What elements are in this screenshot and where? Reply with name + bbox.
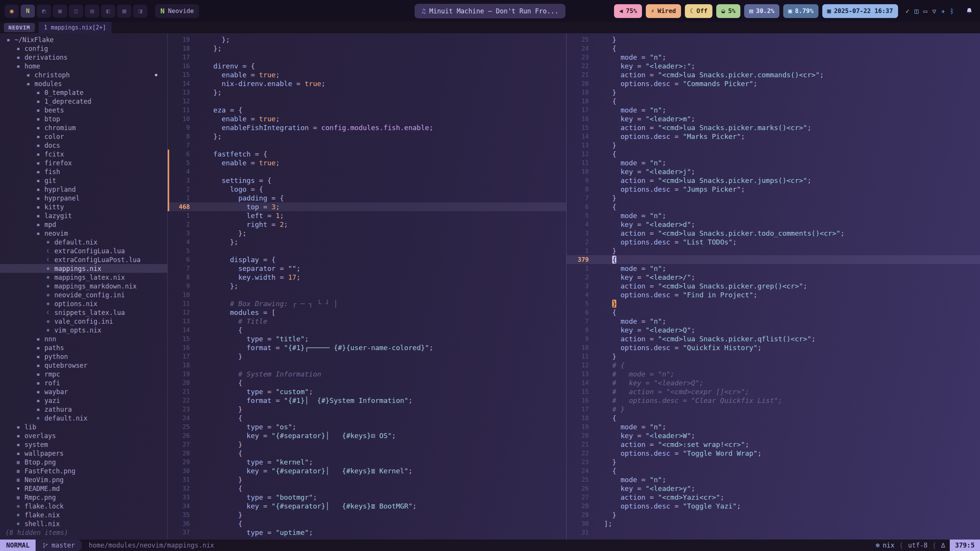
code-line[interactable]: 15 enable = true; (168, 70, 566, 79)
tree-item-qutebrowser[interactable]: ◼qutebrowser (0, 361, 167, 370)
code-line[interactable]: 10 key = "<leader>j"; (567, 167, 980, 176)
code-line[interactable]: 31 (567, 528, 980, 537)
code-line[interactable]: 13 # mode = "n"; (567, 370, 980, 378)
tree-item-extraconfigluapost-lua[interactable]: ☾extraConfigLuaPost.lua (0, 255, 167, 264)
tree-item-mappings-markdown-nix[interactable]: ❄mappings_markdown.nix (0, 282, 167, 290)
notification-bell-icon[interactable] (965, 7, 973, 15)
code-line[interactable]: 21 action = "<cmd>:set wrap!<cr>"; (567, 440, 980, 449)
code-line[interactable]: 11 mode = "n"; (567, 158, 980, 167)
tree-item-lazygit[interactable]: ◼lazygit (0, 211, 167, 220)
code-line[interactable]: 28 { (168, 449, 566, 458)
code-line[interactable]: 5 mode = "n"; (567, 211, 980, 220)
code-line[interactable]: 3 settings = { (168, 176, 566, 185)
tab-mappings-nix[interactable]: 1 mappings.nix[2+] (39, 22, 112, 33)
tree-item-kitty[interactable]: ◼kitty (0, 202, 167, 211)
code-line[interactable]: 6 display = { (168, 255, 566, 264)
code-line[interactable]: 16 format = "{#1}┌───── {#}{user-name-co… (168, 343, 566, 352)
code-line[interactable]: 24 { (567, 466, 980, 475)
code-line[interactable]: 23 } (567, 458, 980, 466)
code-line[interactable]: 17 (168, 53, 566, 62)
code-line[interactable]: 12 (168, 97, 566, 106)
workspace-3-button[interactable]: ◩ (37, 5, 51, 18)
code-line[interactable]: 20 options.desc = "Commands Picker"; (567, 79, 980, 88)
tree-item-readme-md[interactable]: ▼README.md (0, 484, 167, 493)
code-line[interactable]: 9 action = "<cmd>lua Snacks.picker.qflis… (567, 334, 980, 343)
code-line[interactable]: 10 enable = true; (168, 114, 566, 123)
code-line[interactable]: 12 modules = [ (168, 308, 566, 317)
code-line[interactable]: 16 # options.desc = "Clear Quickfix List… (567, 396, 980, 405)
active-app-chip[interactable]: N Neovide (155, 4, 199, 18)
code-line[interactable]: 29 } (567, 510, 980, 519)
code-line[interactable]: 14 nix-direnv.enable = true; (168, 79, 566, 88)
tree-item-paths[interactable]: ◼paths (0, 343, 167, 352)
tree-item-rofi[interactable]: ◼rofi (0, 378, 167, 387)
tray-telegram-icon[interactable]: ✈ (941, 7, 945, 15)
code-line[interactable]: 34 key = "{#separator}│ {#keys}≣ BootMGR… (168, 502, 566, 510)
code-line[interactable]: 16 direnv = { (168, 62, 566, 70)
code-line[interactable]: 16 key = "<leader>m"; (567, 114, 980, 123)
code-line[interactable]: 3 action = "<cmd>lua Snacks.picker.todo_… (567, 229, 980, 238)
code-line[interactable]: 3 }; (168, 229, 566, 238)
code-line[interactable]: 2 options.desc = "List TODOs"; (567, 238, 980, 246)
tree-item-system[interactable]: ◼system (0, 440, 167, 449)
module-network[interactable]: ⚡Wired (646, 4, 681, 18)
workspace-7-button[interactable]: ◧ (101, 5, 115, 18)
code-line[interactable]: 21 type = "custom"; (168, 387, 566, 396)
code-line[interactable]: 22 options.desc = "Toggle Word Wrap"; (567, 449, 980, 458)
tree-item-mpd[interactable]: ◼mpd (0, 220, 167, 229)
code-line[interactable]: 32 { (168, 484, 566, 493)
tree-item-config[interactable]: ◼config (0, 44, 167, 53)
workspace-9-button[interactable]: ◨ (133, 5, 147, 18)
code-line[interactable]: 9 enableFishIntegration = config.modules… (168, 123, 566, 132)
module-volume[interactable]: ◀75% (614, 4, 642, 18)
code-line[interactable]: 17 } (168, 352, 566, 361)
code-line[interactable]: 10 (168, 290, 566, 299)
workspace-6-button[interactable]: ▤ (85, 5, 99, 18)
code-line[interactable]: 7 separator = ""; (168, 264, 566, 273)
code-line[interactable]: 27 } (168, 440, 566, 449)
code-line[interactable]: 12 { (567, 150, 980, 158)
code-line[interactable]: 25 mode = "n"; (567, 475, 980, 484)
code-line[interactable]: 24 { (567, 44, 980, 53)
code-line[interactable]: 22 format = "{#1}│ {#}System Information… (168, 396, 566, 405)
tree-item-waybar[interactable]: ◼waybar (0, 387, 167, 396)
module-disk[interactable]: ◒5% (716, 4, 740, 18)
code-line[interactable]: 31 } (168, 475, 566, 484)
code-line[interactable]: 6 { (567, 308, 980, 317)
tree-item-vale-config-ini[interactable]: ⚙vale_config.ini (0, 317, 167, 326)
code-line[interactable]: 13 # Title (168, 317, 566, 326)
tray-display-icon[interactable]: ◫ (915, 7, 918, 15)
code-line[interactable]: 20 key = "<leader>W"; (567, 431, 980, 440)
code-line[interactable]: 33 type = "bootmgr"; (168, 493, 566, 502)
tray-sync-icon[interactable]: ✓ (906, 7, 910, 15)
editor-pane-mappings[interactable]: 25 }24 {23 mode = "n";22 key = "<leader>… (566, 33, 980, 540)
code-line[interactable]: 22 key = "<leader>:"; (567, 62, 980, 70)
module-clock[interactable]: ▦2025-07-22 16:37 (822, 4, 898, 18)
workspace-5-button[interactable]: ◫ (69, 5, 83, 18)
tree-item-fastfetch-png[interactable]: ▨FastFetch.png (0, 466, 167, 475)
code-line[interactable]: 4 (168, 167, 566, 176)
tree-item-1-deprecated[interactable]: ◼1_deprecated (0, 97, 167, 106)
code-line[interactable]: 21 action = "<cmd>lua Snacks.picker.comm… (567, 70, 980, 79)
tree-item-fcitx[interactable]: ◼fcitx (0, 150, 167, 158)
code-line[interactable]: 5 (168, 246, 566, 255)
code-line[interactable]: 379 { (567, 255, 980, 264)
code-line[interactable]: 468 top = 3; (168, 202, 566, 211)
now-playing-widget[interactable]: ♫ Minuit Machine – Don't Run Fro... (415, 4, 565, 18)
code-line[interactable]: 28 options.desc = "Toggle Yazi"; (567, 502, 980, 510)
tree-item-options-nix[interactable]: ❄options.nix (0, 299, 167, 308)
tree-item-mappings-nix[interactable]: ❄mappings.nix (0, 264, 167, 273)
code-line[interactable]: 17 # } (567, 405, 980, 414)
tree-item-beets[interactable]: ◼beets (0, 106, 167, 114)
code-line[interactable]: 13 } (567, 141, 980, 150)
code-line[interactable]: 6 { (567, 202, 980, 211)
code-line[interactable]: 4 options.desc = "Find in Project"; (567, 290, 980, 299)
code-line[interactable]: 19 # System Information (168, 370, 566, 378)
tree-item-chromium[interactable]: ◼chromium (0, 123, 167, 132)
code-line[interactable]: 30 key = "{#separator}│ {#keys}≣ Kernel"… (168, 466, 566, 475)
code-line[interactable]: 15 action = "<cmd>lua Snacks.picker.mark… (567, 123, 980, 132)
code-line[interactable]: 19 }; (168, 35, 566, 44)
code-line[interactable]: 9 }; (168, 282, 566, 290)
code-line[interactable]: 19 mode = "n"; (567, 422, 980, 431)
code-line[interactable]: 3 action = "<cmd>lua Snacks.picker.grep(… (567, 282, 980, 290)
